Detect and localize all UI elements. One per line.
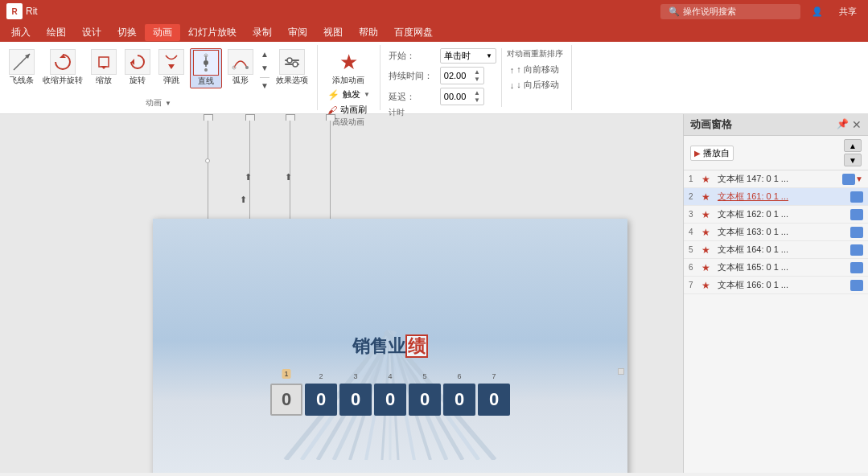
- bounce-icon: [158, 49, 184, 75]
- anim-item-7-color: [850, 280, 863, 291]
- menu-review[interactable]: 审阅: [280, 24, 315, 41]
- anim-list-item-3[interactable]: 3 ★ 文本框 162: 0 1 ...: [684, 206, 868, 224]
- trigger-btn[interactable]: ⚡ 触发 ▼: [326, 88, 372, 101]
- ribbon-anim-expand[interactable]: ▼: [165, 100, 171, 107]
- menu-baidu[interactable]: 百度网盘: [386, 24, 441, 41]
- anim-item-6-text: 文本框 165: 0 1 ...: [718, 261, 847, 273]
- add-animation-btn[interactable]: ★ 添加动画: [327, 48, 369, 88]
- start-row: 开始： 单击时 ▼: [389, 48, 496, 64]
- duration-down[interactable]: ▼: [474, 76, 480, 83]
- duration-spin[interactable]: ▲ ▼: [474, 68, 480, 83]
- anim-list-item-7[interactable]: 7 ★ 文本框 166: 0 1 ...: [684, 277, 868, 294]
- app-title: Rit: [26, 6, 38, 17]
- user-icon: 👤: [807, 6, 828, 17]
- anim-circle-1: [205, 158, 210, 163]
- slide-resize-handle[interactable]: [618, 368, 624, 375]
- num-box-3: 0: [339, 384, 372, 416]
- num-box-wrapper-5: 0 5: [409, 384, 441, 416]
- delay-spin[interactable]: ▲ ▼: [474, 89, 480, 104]
- anim-pane-pin[interactable]: 📌: [837, 118, 849, 131]
- menu-record[interactable]: 录制: [245, 24, 280, 41]
- anim-scroll-down[interactable]: ▼: [259, 62, 270, 74]
- duration-input[interactable]: 02.00 ▲ ▼: [440, 67, 484, 84]
- anim-marker-2: [245, 114, 255, 121]
- anim-list-item-2[interactable]: 2 ★ 文本框 161: 0 1 ...: [684, 188, 868, 206]
- line-btn[interactable]: 直线: [190, 48, 222, 88]
- move-backward-icon: ↓: [510, 80, 515, 90]
- anim-list-item-1[interactable]: 1 ★ 文本框 147: 0 1 ... ▼: [684, 170, 868, 188]
- menu-insert[interactable]: 插入: [3, 24, 39, 41]
- timing-fields: 开始： 单击时 ▼ 持续时间： 02.00 ▲ ▼: [389, 48, 496, 107]
- trigger-brushgroup: ⚡ 触发 ▼ 🖌 动画刷: [326, 88, 372, 117]
- menu-view[interactable]: 视图: [315, 24, 351, 41]
- num-label-5: 5: [422, 372, 426, 380]
- anim-list-item-6[interactable]: 6 ★ 文本框 165: 0 1 ...: [684, 259, 868, 277]
- delay-input[interactable]: 00.00 ▲ ▼: [440, 88, 484, 105]
- duration-up[interactable]: ▲: [474, 68, 480, 76]
- search-box[interactable]: 🔍 操作说明搜索: [660, 4, 800, 19]
- menu-animation[interactable]: 动画: [145, 24, 180, 41]
- delay-up[interactable]: ▲: [474, 89, 480, 96]
- svg-point-13: [245, 66, 249, 69]
- menu-help[interactable]: 帮助: [351, 24, 386, 41]
- anim-pane-header: 动画窗格 📌 ✕: [684, 114, 868, 136]
- play-icon: ▶: [694, 149, 701, 158]
- menu-transition[interactable]: 切换: [109, 24, 145, 41]
- num-label-4: 4: [388, 372, 392, 380]
- anim-pane-toolbar: ▶ 播放自 ▲ ▼: [684, 136, 868, 170]
- anim-list-item-5[interactable]: 5 ★ 文本框 164: 0 1 ...: [684, 241, 868, 259]
- move-forward-btn[interactable]: ↑ ↑ 向前移动: [507, 63, 563, 76]
- anim-pane-close-btn[interactable]: ✕: [852, 118, 862, 131]
- num-label-7: 7: [492, 372, 496, 380]
- anim-btn-col-1: 飞线条: [6, 48, 37, 87]
- num-label-2: 2: [319, 372, 323, 380]
- delay-row: 延迟： 00.00 ▲ ▼: [389, 88, 496, 105]
- start-select[interactable]: 单击时 ▼: [440, 48, 496, 64]
- main-area: ━━━ ━━━ ━━━ 动画窗格: [0, 114, 868, 473]
- anim-scroll-up[interactable]: ▲: [259, 48, 270, 60]
- reorder-group: 对动画重新排序 ↑ ↑ 向前移动 ↓ ↓ 向后移动: [501, 48, 563, 107]
- num-box-2: 0: [305, 384, 337, 416]
- anim-item-1-arrow: ▼: [855, 174, 863, 183]
- shrink-btn[interactable]: 缩放: [88, 48, 119, 87]
- anim-dropdown-col: ▲ ▼ ▼: [259, 48, 270, 90]
- svg-marker-4: [101, 66, 107, 69]
- anim-line-3: [290, 114, 290, 219]
- anim-item-1-color: [842, 174, 855, 185]
- anim-btn-col-5: 弹跳: [156, 48, 187, 87]
- anim-item-6-color: [850, 262, 863, 273]
- slide-outer-area: ━━━ ━━━ ━━━ 动画窗格: [0, 114, 683, 473]
- anim-item-1-icon: ★: [701, 174, 718, 185]
- effect-options-icon: [279, 49, 305, 75]
- play-from-btn[interactable]: ▶ 播放自: [690, 146, 734, 161]
- share-button[interactable]: 共享: [834, 6, 862, 18]
- anim-list-item-4[interactable]: 4 ★ 文本框 163: 0 1 ...: [684, 224, 868, 241]
- arc-btn[interactable]: 弧形: [225, 48, 256, 87]
- anim-scroll-down-btn[interactable]: ▼: [844, 154, 862, 166]
- delay-down[interactable]: ▼: [474, 96, 480, 104]
- shrink-spin-btn[interactable]: 收缩并旋转: [40, 48, 85, 87]
- fly-in-btn[interactable]: 飞线条: [6, 48, 37, 87]
- rotate-btn[interactable]: 旋转: [122, 48, 153, 87]
- menu-slideshow[interactable]: 幻灯片放映: [180, 24, 245, 41]
- bounce-btn[interactable]: 弹跳: [156, 48, 187, 87]
- effect-options-btn[interactable]: 效果选项: [274, 48, 311, 87]
- menu-design[interactable]: 设计: [74, 24, 109, 41]
- slide-canvas[interactable]: 销售业绩 1 0 0 2: [153, 219, 627, 473]
- anim-item-7-text: 文本框 166: 0 1 ...: [718, 279, 847, 291]
- anim-scroll-up-btn[interactable]: ▲: [844, 139, 862, 152]
- anim-item-2-icon: ★: [701, 191, 718, 203]
- anim-marker-1: [204, 114, 213, 121]
- anim-item-4-color: [850, 227, 863, 238]
- anim-more-btn[interactable]: ▼: [261, 81, 269, 90]
- anim-marker-3: [286, 114, 295, 121]
- num-label-6: 6: [457, 372, 461, 380]
- move-backward-btn[interactable]: ↓ ↓ 向后移动: [507, 78, 563, 92]
- anim-item-3-text: 文本框 162: 0 1 ...: [718, 208, 847, 220]
- anim-marker-4: [326, 114, 335, 121]
- anim-arrow-3: ⬆: [240, 195, 247, 205]
- menu-draw[interactable]: 绘图: [39, 24, 74, 41]
- effect-options-col: 效果选项: [274, 48, 311, 87]
- num-box-wrapper-1: 1 0: [270, 384, 302, 416]
- title-bar-right: 🔍 操作说明搜索 👤 共享: [660, 4, 862, 19]
